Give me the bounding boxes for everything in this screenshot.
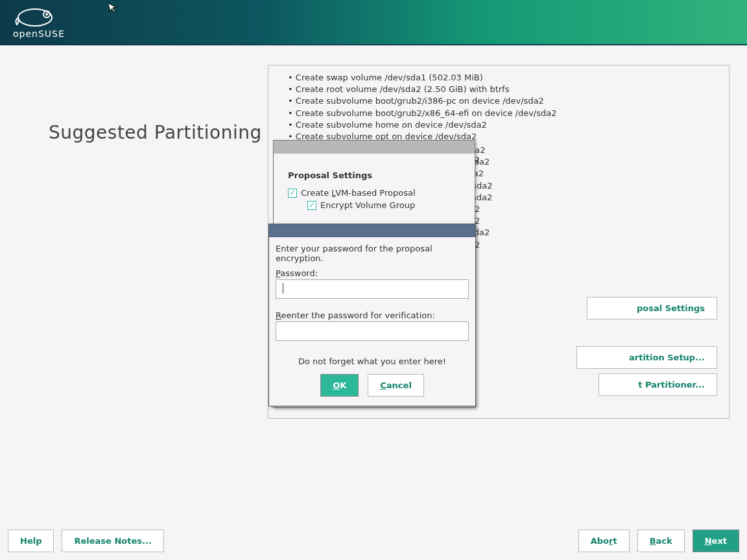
- create-partition-setup-button-wrap: Create Partition Setup...: [576, 346, 717, 369]
- reenter-password-input[interactable]: [276, 321, 469, 341]
- proposal-settings-heading: Proposal Settings: [288, 170, 460, 180]
- lvm-proposal-checkbox-row[interactable]: ✓ Create LVM-based Proposal: [288, 188, 460, 198]
- abort-button[interactable]: Abort: [578, 530, 630, 552]
- encrypt-volume-group-checkbox-row[interactable]: ✓ Encrypt Volume Group: [307, 200, 460, 210]
- help-button[interactable]: Help: [8, 530, 54, 552]
- password-label: Password:: [276, 268, 469, 278]
- list-item: Create root volume /dev/sda2 (2.50 GiB) …: [288, 84, 712, 95]
- list-item: Create subvolume boot/grub2/i386-pc on d…: [288, 95, 712, 107]
- edit-proposal-button-wrap: Edit Proposal Settings: [587, 297, 717, 320]
- top-banner: openSUSE: [0, 0, 747, 45]
- list-item: Create swap volume /dev/sda1 (502.03 MiB…: [288, 72, 712, 84]
- svg-point-2: [45, 13, 48, 16]
- expert-partitioner-button-wrap: Expert Partitioner...: [599, 373, 717, 396]
- create-partition-setup-button[interactable]: Create Partition Setup...: [576, 346, 717, 369]
- password-cancel-button[interactable]: Cancel: [368, 374, 424, 397]
- edit-proposal-settings-button[interactable]: Edit Proposal Settings: [587, 297, 717, 320]
- encrypt-label: Encrypt Volume Group: [320, 200, 415, 210]
- checkbox-checked-icon[interactable]: ✓: [307, 201, 316, 210]
- password-input[interactable]: [276, 279, 469, 299]
- checkbox-checked-icon[interactable]: ✓: [288, 189, 297, 198]
- footer-bar: Help Release Notes... Abort Back Next: [8, 530, 739, 552]
- opensuse-logo: openSUSE: [13, 6, 67, 39]
- password-instruction: Enter your password for the proposal enc…: [276, 244, 469, 263]
- brand-text: openSUSE: [13, 29, 67, 39]
- password-ok-button[interactable]: OK: [320, 374, 359, 397]
- password-warning: Do not forget what you enter here!: [276, 356, 469, 366]
- page-title: Suggested Partitioning: [49, 122, 262, 143]
- release-notes-button[interactable]: Release Notes...: [62, 530, 163, 552]
- next-button[interactable]: Next: [693, 530, 739, 552]
- list-item: Create subvolume boot/grub2/x86_64-efi o…: [288, 108, 712, 119]
- list-item: Create subvolume home on device /dev/sda…: [288, 119, 712, 131]
- dialog-titlebar[interactable]: [274, 141, 475, 154]
- reenter-password-label: Reenter the password for verification:: [276, 310, 469, 320]
- expert-partitioner-button[interactable]: Expert Partitioner...: [599, 373, 717, 396]
- dialog-titlebar[interactable]: [269, 224, 475, 237]
- back-button[interactable]: Back: [637, 530, 685, 552]
- encryption-password-dialog: Enter your password for the proposal enc…: [268, 224, 476, 406]
- chameleon-icon: [13, 6, 67, 30]
